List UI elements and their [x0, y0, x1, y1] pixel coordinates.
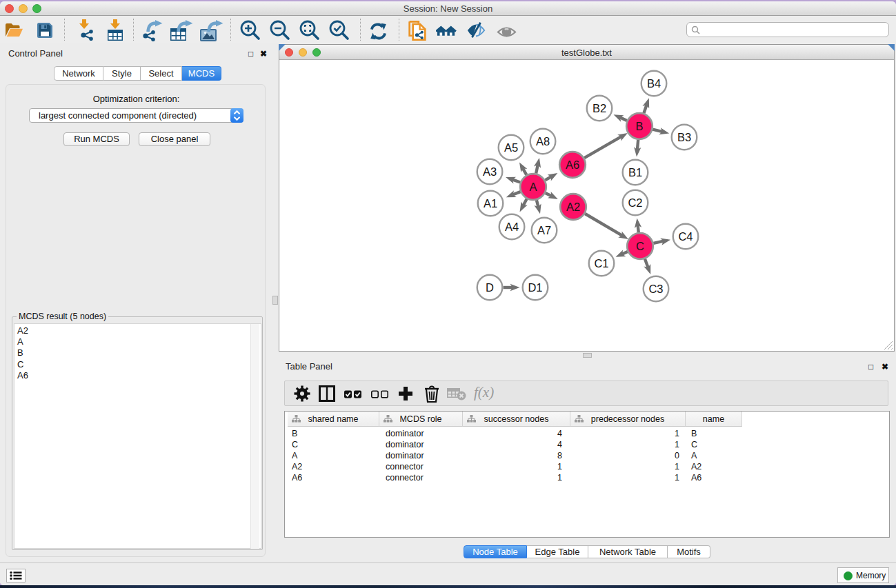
svg-text:D1: D1	[528, 281, 542, 294]
svg-text:A6: A6	[566, 159, 579, 171]
svg-text:A: A	[529, 181, 537, 193]
svg-text:A5: A5	[504, 141, 518, 154]
svg-text:A3: A3	[483, 165, 497, 178]
svg-text:A7: A7	[537, 224, 551, 236]
svg-text:C: C	[636, 240, 644, 252]
svg-text:B2: B2	[593, 102, 606, 114]
svg-text:C1: C1	[594, 257, 608, 270]
svg-text:C4: C4	[678, 230, 693, 243]
svg-text:B1: B1	[628, 166, 642, 179]
svg-text:A8: A8	[536, 135, 550, 148]
svg-text:B: B	[635, 120, 643, 132]
svg-text:A4: A4	[505, 221, 519, 233]
svg-text:D: D	[486, 281, 494, 294]
svg-text:A1: A1	[484, 197, 497, 210]
svg-text:B3: B3	[677, 131, 691, 143]
svg-text:C3: C3	[648, 283, 663, 295]
svg-text:C2: C2	[628, 196, 642, 209]
svg-text:B4: B4	[647, 77, 661, 90]
svg-text:A2: A2	[566, 201, 580, 213]
